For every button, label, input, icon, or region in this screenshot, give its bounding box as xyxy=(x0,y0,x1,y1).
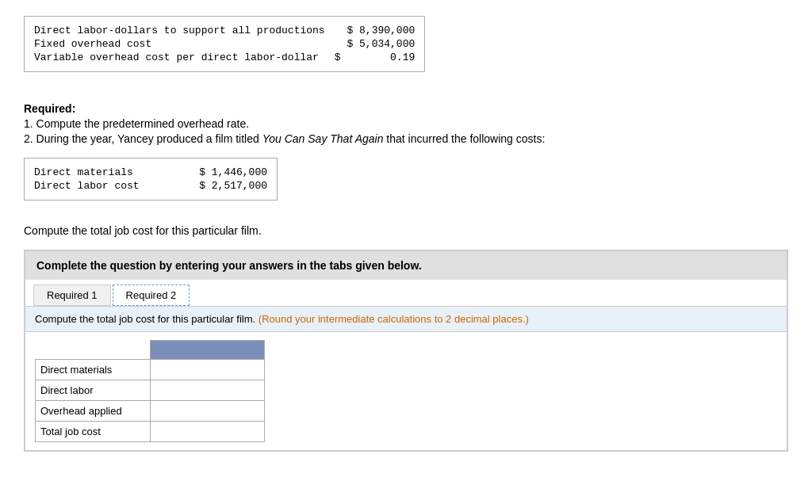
instruction-bar: Compute the total job cost for this part… xyxy=(25,307,787,332)
top-value-1: $ 8,390,000 xyxy=(347,25,415,36)
row-input-total-job-cost[interactable] xyxy=(150,422,264,442)
top-info-row-3: Variable overhead cost per direct labor-… xyxy=(34,52,415,63)
film-value-2: $ 2,517,000 xyxy=(199,180,267,192)
top-label-2: Fixed overhead cost xyxy=(34,38,151,50)
film-costs-table: Direct materials $ 1,446,000 Direct labo… xyxy=(24,158,278,200)
input-direct-materials[interactable] xyxy=(151,360,264,380)
film-value-1: $ 1,446,000 xyxy=(199,166,267,178)
compute-text: Compute the total job cost for this part… xyxy=(24,224,788,237)
top-value-2: $ 5,034,000 xyxy=(347,38,415,50)
table-row: Total job cost xyxy=(36,422,265,442)
col-header-value xyxy=(150,341,264,360)
row-input-overhead-applied[interactable] xyxy=(150,401,264,422)
col-header-label xyxy=(36,341,151,360)
complete-banner: Complete the question by entering your a… xyxy=(25,250,787,280)
table-row: Direct labor xyxy=(36,380,265,401)
required-line1: 1. Compute the predetermined overhead ra… xyxy=(24,117,788,130)
answer-table: Direct materials Direct labor Overhead a… xyxy=(35,340,265,442)
input-total-job-cost[interactable] xyxy=(151,422,264,441)
top-value-3: $ 0.19 xyxy=(335,52,415,63)
row-input-direct-labor[interactable] xyxy=(150,380,264,401)
tabs-row: Required 1 Required 2 xyxy=(25,280,787,307)
top-info-row-1: Direct labor-dollars to support all prod… xyxy=(34,25,415,36)
complete-section: Complete the question by entering your a… xyxy=(24,250,788,452)
input-direct-labor[interactable] xyxy=(151,380,264,400)
answer-table-section: Direct materials Direct labor Overhead a… xyxy=(25,332,787,450)
row-label-overhead-applied: Overhead applied xyxy=(36,401,151,422)
table-row: Direct materials xyxy=(36,360,265,380)
top-label-3: Variable overhead cost per direct labor-… xyxy=(34,52,319,63)
required-section: Required: 1. Compute the predetermined o… xyxy=(24,102,788,145)
row-input-direct-materials[interactable] xyxy=(150,360,264,380)
table-row: Overhead applied xyxy=(36,401,265,422)
tab-required-1[interactable]: Required 1 xyxy=(33,284,111,306)
film-label-1: Direct materials xyxy=(34,166,133,178)
row-label-direct-materials: Direct materials xyxy=(36,360,151,380)
input-overhead-applied[interactable] xyxy=(151,401,264,421)
tabs-section: Required 1 Required 2 Compute the total … xyxy=(25,280,787,451)
required-line2-prefix: 2. During the year, Yancey produced a fi… xyxy=(24,132,262,145)
top-info-table: Direct labor-dollars to support all prod… xyxy=(24,16,425,72)
required-film-title: You Can Say That Again xyxy=(262,132,384,145)
top-info-row-2: Fixed overhead cost $ 5,034,000 xyxy=(34,38,415,50)
row-label-direct-labor: Direct labor xyxy=(36,380,151,401)
row-label-total-job-cost: Total job cost xyxy=(36,422,151,442)
top-label-1: Direct labor-dollars to support all prod… xyxy=(34,25,325,36)
required-heading: Required: xyxy=(24,102,788,115)
film-row-1: Direct materials $ 1,446,000 xyxy=(34,166,267,178)
tab-required-2[interactable]: Required 2 xyxy=(113,284,190,306)
required-line2: 2. During the year, Yancey produced a fi… xyxy=(24,132,788,145)
instruction-note: (Round your intermediate calculations to… xyxy=(259,313,529,325)
required-line2-suffix: that incurred the following costs: xyxy=(383,132,545,145)
instruction-text: Compute the total job cost for this part… xyxy=(35,313,259,325)
film-label-2: Direct labor cost xyxy=(34,180,140,192)
film-row-2: Direct labor cost $ 2,517,000 xyxy=(34,180,267,192)
